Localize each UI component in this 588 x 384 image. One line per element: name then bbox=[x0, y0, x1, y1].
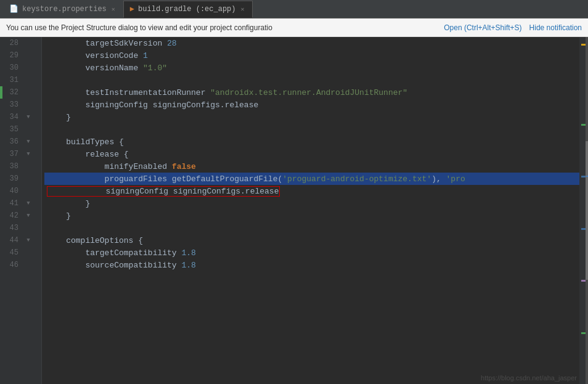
token-plain: targetSdkVersion bbox=[47, 39, 167, 48]
gutter-icon-36: ▼ bbox=[23, 137, 33, 147]
token-plain: versionName bbox=[47, 63, 143, 73]
token-string2: 'pro bbox=[446, 174, 465, 184]
gutter-icon-46 bbox=[23, 260, 33, 270]
token-number: 1.8 bbox=[181, 248, 195, 258]
code-line-38: minifyEnabled false bbox=[44, 160, 579, 173]
fold-arrow-42[interactable]: ▼ bbox=[27, 213, 30, 219]
line-number-37: 37 bbox=[0, 150, 23, 158]
line-row-37: 37▼ bbox=[0, 148, 41, 160]
scrollbar[interactable] bbox=[586, 37, 588, 384]
code-line-42: } bbox=[44, 210, 579, 222]
line-row-40: 40 bbox=[0, 185, 41, 197]
tab-keystore-label: keystore.properties bbox=[22, 5, 107, 14]
scrollbar-thumb[interactable] bbox=[586, 141, 588, 280]
gutter-icon-32 bbox=[23, 88, 33, 97]
fold-arrow-44[interactable]: ▼ bbox=[27, 237, 30, 243]
line-row-29: 29 bbox=[0, 49, 41, 62]
code-line-37: release { bbox=[44, 148, 579, 160]
token-plain: } bbox=[47, 199, 90, 208]
line-number-28: 28 bbox=[0, 39, 23, 47]
gutter-icon-43 bbox=[23, 223, 33, 233]
tab-gradle[interactable]: ▶ build.gradle (:ec_app) ✕ bbox=[123, 1, 253, 18]
token-plain: compileOptions { bbox=[47, 236, 143, 245]
line-row-32: 32 bbox=[0, 86, 41, 99]
tab-keystore-close[interactable]: ✕ bbox=[110, 6, 116, 13]
line-row-28: 28 bbox=[0, 37, 41, 49]
line-row-42: 42▼ bbox=[0, 210, 41, 222]
fold-arrow-34[interactable]: ▼ bbox=[27, 114, 30, 120]
code-line-45: targetCompatibility 1.8 bbox=[44, 247, 579, 259]
line-row-35: 35 bbox=[0, 123, 41, 136]
line-number-34: 34 bbox=[0, 113, 23, 121]
fold-arrow-37[interactable]: ▼ bbox=[27, 151, 30, 157]
code-line-29: versionCode 1 bbox=[44, 49, 579, 62]
line-number-36: 36 bbox=[0, 137, 23, 146]
line-number-44: 44 bbox=[0, 236, 23, 245]
fold-arrow-36[interactable]: ▼ bbox=[27, 139, 30, 145]
line-row-43: 43 bbox=[0, 222, 41, 234]
line-numbers: 28293031323334▼3536▼37▼38394041▼42▼4344▼… bbox=[0, 37, 42, 384]
token-boxed: signingConfig signingConfigs.release bbox=[47, 186, 280, 197]
token-number: 28 bbox=[167, 39, 177, 48]
green-bar-32 bbox=[0, 86, 2, 99]
token-plain: buildTypes { bbox=[47, 137, 124, 147]
code-line-36: buildTypes { bbox=[44, 136, 579, 148]
token-plain: release { bbox=[47, 150, 129, 159]
gutter-icon-29 bbox=[23, 51, 33, 60]
code-line-30: versionName "1.0" bbox=[44, 62, 579, 74]
tab-keystore[interactable]: 📄 keystore.properties ✕ bbox=[2, 1, 123, 18]
line-number-42: 42 bbox=[0, 211, 23, 220]
gutter-icon-45 bbox=[23, 248, 33, 258]
line-number-39: 39 bbox=[0, 174, 23, 183]
hide-notification-button[interactable]: Hide notification bbox=[529, 23, 582, 32]
line-number-43: 43 bbox=[0, 224, 23, 232]
code-line-43 bbox=[44, 222, 579, 234]
fold-arrow-41[interactable]: ▼ bbox=[27, 200, 30, 206]
tab-gradle-label: build.gradle (:ec_app) bbox=[138, 5, 235, 14]
line-number-38: 38 bbox=[0, 162, 23, 171]
line-row-45: 45 bbox=[0, 247, 41, 259]
line-row-31: 31 bbox=[0, 74, 41, 86]
code-line-40: signingConfig signingConfigs.release bbox=[44, 185, 579, 197]
code-line-33: signingConfig signingConfigs.release bbox=[44, 99, 579, 111]
token-number: 1 bbox=[143, 51, 148, 60]
token-plain: getDefaultProguardFile( bbox=[172, 174, 282, 184]
code-line-46: sourceCompatibility 1.8 bbox=[44, 259, 579, 271]
line-row-33: 33 bbox=[0, 99, 41, 111]
gradle-icon: ▶ bbox=[130, 4, 134, 14]
code-area: 28293031323334▼3536▼37▼38394041▼42▼4344▼… bbox=[0, 37, 588, 384]
line-number-45: 45 bbox=[0, 248, 23, 257]
token-keyword: false bbox=[172, 162, 196, 171]
tab-bar: 📄 keystore.properties ✕ ▶ build.gradle (… bbox=[0, 0, 588, 18]
line-number-29: 29 bbox=[0, 51, 23, 60]
code-line-28: targetSdkVersion 28 bbox=[44, 37, 579, 49]
code-line-34: } bbox=[44, 111, 579, 123]
gutter-icon-35 bbox=[23, 125, 33, 134]
line-number-30: 30 bbox=[0, 63, 23, 72]
gutter-icon-41: ▼ bbox=[23, 198, 33, 208]
tab-gradle-close[interactable]: ✕ bbox=[240, 6, 246, 13]
gutter-icon-37: ▼ bbox=[23, 149, 33, 159]
right-panel bbox=[579, 37, 588, 384]
gutter-icon-31 bbox=[23, 75, 33, 85]
gutter-icon-44: ▼ bbox=[23, 235, 33, 245]
gutter-icon-34: ▼ bbox=[23, 112, 33, 122]
token-plain: minifyEnabled bbox=[47, 162, 172, 171]
watermark: https://blog.csdn.net/aha_jasper bbox=[481, 374, 577, 382]
token-plain: proguardFiles bbox=[47, 174, 172, 184]
line-row-34: 34▼ bbox=[0, 111, 41, 123]
line-number-31: 31 bbox=[0, 76, 23, 84]
line-number-33: 33 bbox=[0, 100, 23, 109]
token-plain: } bbox=[47, 211, 71, 221]
line-row-30: 30 bbox=[0, 62, 41, 74]
token-plain: targetCompatibility bbox=[47, 248, 181, 258]
open-project-structure-link[interactable]: Open (Ctrl+Alt+Shift+S) bbox=[444, 23, 521, 32]
code-line-35 bbox=[44, 123, 579, 136]
code-line-32: testInstrumentationRunner "androidx.test… bbox=[44, 86, 579, 99]
code-line-41: } bbox=[44, 197, 579, 210]
line-number-40: 40 bbox=[0, 187, 23, 195]
gutter-icon-40 bbox=[23, 186, 33, 196]
notification-text: You can use the Project Structure dialog… bbox=[6, 23, 441, 32]
code-content[interactable]: targetSdkVersion 28 versionCode 1 versio… bbox=[42, 37, 579, 384]
token-string: 'proguard-android-optimize.txt' bbox=[282, 174, 431, 184]
